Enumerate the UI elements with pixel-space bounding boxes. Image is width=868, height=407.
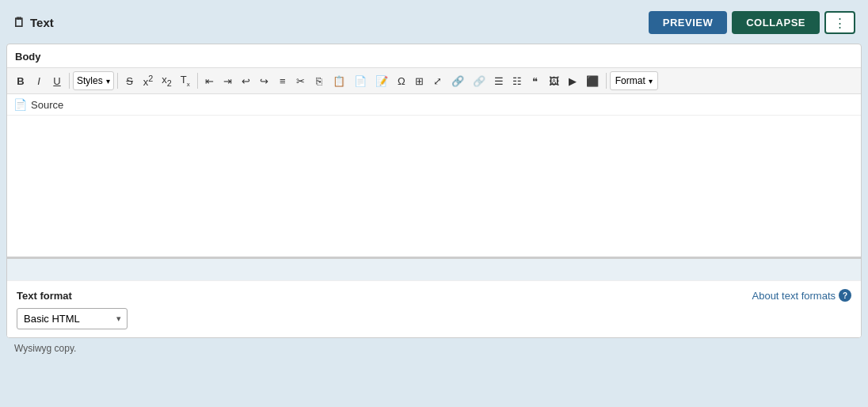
- about-link-text: About text formats: [752, 290, 836, 302]
- help-icon: ?: [839, 289, 851, 302]
- page-title: Text: [30, 16, 54, 29]
- text-format-select[interactable]: Basic HTML Full HTML Plain text Restrict…: [17, 308, 128, 329]
- undo-button[interactable]: ↩: [238, 71, 255, 90]
- embed-icon: ⬛: [586, 75, 599, 87]
- table-button[interactable]: ⊞: [411, 71, 428, 90]
- indent-decrease-icon: ⇤: [205, 75, 214, 87]
- paste-icon: 📋: [333, 75, 345, 87]
- indent-increase-icon: ⇥: [223, 75, 232, 87]
- paste-word-button[interactable]: 📝: [371, 71, 392, 90]
- paste-button[interactable]: 📋: [329, 71, 349, 90]
- copy-button[interactable]: ⎘: [310, 71, 328, 90]
- editor-content-area[interactable]: [7, 116, 861, 258]
- copy-icon: ⎘: [316, 75, 322, 87]
- editor-panel: Body B I U Styles ▾ S x2 x2 Tx ⇤ ⇥ ↩ ↪ ≡…: [6, 44, 862, 338]
- text-format-label: Text format: [17, 290, 72, 302]
- more-options-button[interactable]: ⋮: [824, 11, 855, 34]
- editor-statusbar: [7, 258, 861, 280]
- dots-icon: ⋮: [834, 16, 846, 29]
- format-label: Format: [615, 75, 645, 86]
- strikethrough-icon: S: [126, 75, 133, 87]
- styles-caret: ▾: [106, 77, 110, 86]
- unlink-icon: 🔗: [473, 75, 485, 87]
- bold-icon: B: [17, 75, 24, 87]
- align-button[interactable]: ≡: [274, 71, 291, 90]
- blockquote-button[interactable]: ❝: [527, 71, 544, 90]
- toolbar-divider-1: [69, 73, 70, 89]
- wysiwyg-status: Wysiwyg copy.: [14, 343, 76, 354]
- clear-format-icon: Tx: [181, 74, 190, 88]
- unordered-list-button[interactable]: ☰: [490, 71, 508, 90]
- expand-icon: ⤢: [433, 75, 442, 87]
- redo-button[interactable]: ↪: [256, 71, 273, 90]
- paste-text-icon: 📄: [354, 75, 367, 87]
- toolbar-divider-3: [197, 73, 198, 89]
- text-format-section: Text format About text formats ? Basic H…: [7, 280, 861, 337]
- unlink-button[interactable]: 🔗: [469, 71, 489, 90]
- underline-icon: U: [53, 75, 60, 87]
- styles-dropdown[interactable]: Styles ▾: [73, 71, 114, 90]
- header-right: PREVIEW COLLAPSE ⋮: [649, 11, 855, 34]
- collapse-button[interactable]: COLLAPSE: [732, 11, 820, 34]
- editor-toolbar: B I U Styles ▾ S x2 x2 Tx ⇤ ⇥ ↩ ↪ ≡ ✂ ⎘ …: [7, 67, 861, 94]
- italic-button[interactable]: I: [30, 71, 48, 90]
- media-button[interactable]: ▶: [564, 71, 581, 90]
- toolbar-divider-2: [117, 73, 118, 89]
- subscript-button[interactable]: x2: [158, 71, 176, 90]
- subscript-icon: x2: [162, 74, 172, 88]
- media-icon: ▶: [569, 75, 577, 87]
- cut-icon: ✂: [296, 75, 305, 87]
- paste-text-button[interactable]: 📄: [350, 71, 371, 90]
- ordered-list-icon: ☷: [512, 75, 522, 87]
- superscript-icon: x2: [143, 74, 154, 88]
- table-icon: ⊞: [415, 75, 424, 87]
- format-select-wrapper: Basic HTML Full HTML Plain text Restrict…: [17, 308, 851, 329]
- styles-label: Styles: [77, 75, 103, 86]
- text-module-icon: 🗒: [13, 16, 25, 30]
- italic-icon: I: [37, 75, 40, 87]
- format-caret: ▾: [649, 77, 653, 86]
- header-left: 🗒 Text: [13, 16, 54, 30]
- cut-button[interactable]: ✂: [292, 71, 310, 90]
- redo-icon: ↪: [260, 75, 268, 87]
- underline-button[interactable]: U: [48, 71, 66, 90]
- format-dropdown[interactable]: Format ▾: [610, 71, 658, 90]
- strikethrough-button[interactable]: S: [121, 71, 139, 90]
- source-row: 📄 Source: [7, 94, 861, 116]
- toolbar-divider-4: [606, 73, 607, 89]
- align-icon: ≡: [280, 75, 286, 87]
- format-select-container: Basic HTML Full HTML Plain text Restrict…: [17, 308, 128, 329]
- indent-decrease-button[interactable]: ⇤: [201, 71, 219, 90]
- superscript-button[interactable]: x2: [139, 71, 158, 90]
- source-icon: 📄: [13, 98, 27, 111]
- text-format-header: Text format About text formats ?: [17, 289, 851, 302]
- header-bar: 🗒 Text PREVIEW COLLAPSE ⋮: [6, 6, 862, 39]
- expand-button[interactable]: ⤢: [429, 71, 447, 90]
- body-label: Body: [7, 44, 861, 67]
- ordered-list-button[interactable]: ☷: [508, 71, 526, 90]
- source-label[interactable]: Source: [31, 99, 63, 111]
- link-icon: 🔗: [451, 75, 464, 87]
- unordered-list-icon: ☰: [494, 75, 504, 87]
- preview-button[interactable]: PREVIEW: [649, 11, 727, 34]
- undo-icon: ↩: [242, 75, 250, 87]
- special-char-button[interactable]: Ω: [393, 71, 410, 90]
- embed-button[interactable]: ⬛: [582, 71, 603, 90]
- image-button[interactable]: 🖼: [545, 71, 563, 90]
- link-button[interactable]: 🔗: [447, 71, 468, 90]
- blockquote-icon: ❝: [532, 75, 538, 87]
- indent-increase-button[interactable]: ⇥: [219, 71, 237, 90]
- clear-format-button[interactable]: Tx: [177, 71, 194, 90]
- special-char-icon: Ω: [398, 75, 405, 87]
- paste-word-icon: 📝: [375, 75, 388, 87]
- about-text-formats-link[interactable]: About text formats ?: [752, 289, 852, 302]
- bold-button[interactable]: B: [12, 71, 29, 90]
- image-icon: 🖼: [549, 75, 559, 87]
- bottom-status: Wysiwyg copy.: [6, 338, 862, 359]
